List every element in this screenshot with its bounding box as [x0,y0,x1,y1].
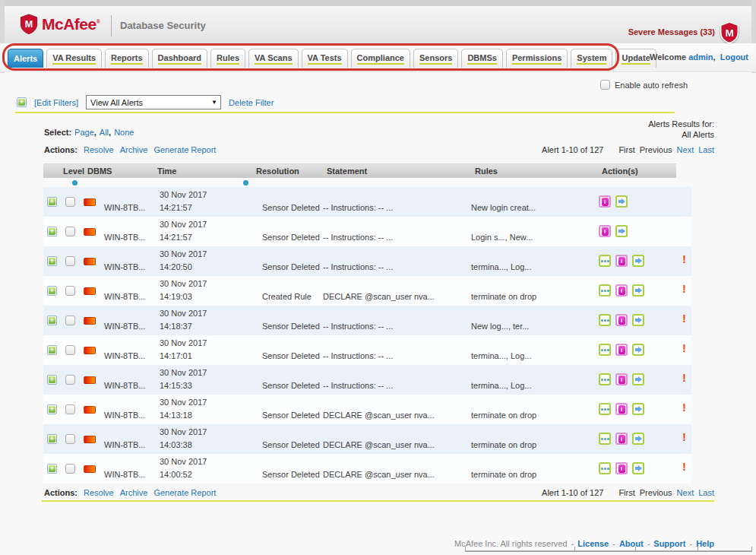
forward-alert-action-icon[interactable] [632,344,644,356]
alert-info-action-icon[interactable]: i [615,433,628,445]
row-checkbox[interactable] [65,404,75,414]
view-events-action-icon[interactable] [599,433,611,445]
tab-va-tests[interactable]: VA Tests [302,49,348,68]
forward-alert-action-icon[interactable] [632,462,644,474]
forward-alert-action-icon[interactable] [632,373,644,385]
welcome-label: Welcome [650,52,686,62]
archive-link[interactable]: Archive [120,488,148,497]
row-checkbox[interactable] [65,197,75,207]
delete-filter-link[interactable]: Delete Filter [229,98,274,107]
expand-row-icon[interactable]: + [47,375,57,385]
tab-reports[interactable]: Reports [105,49,149,68]
expand-row-icon[interactable]: + [47,345,57,355]
resolution-cell: Sensor Deleted [262,381,320,390]
username-link[interactable]: admin [688,52,713,62]
select-all-link[interactable]: All [100,128,109,137]
tab-dashboard[interactable]: Dashboard [152,49,207,68]
select-none-link[interactable]: None [114,128,134,137]
row-checkbox[interactable] [65,464,75,474]
tab-dbmss[interactable]: DBMSs [461,49,503,68]
filter-select[interactable]: View All Alerts ▼ [86,95,221,109]
expand-row-icon[interactable]: + [47,434,57,444]
rules-cell: termina..., Log... [471,351,531,360]
sort-indicator-resolution-icon[interactable] [243,180,248,186]
archive-link[interactable]: Archive [120,145,148,154]
column-header-actions[interactable]: Action(s) [602,166,638,176]
tab-alerts[interactable]: Alerts [8,49,43,68]
resolve-link[interactable]: Resolve [84,145,114,154]
auto-refresh-checkbox[interactable] [600,80,610,90]
view-events-action-icon[interactable] [599,284,611,297]
alert-info-action-icon[interactable]: i [615,462,628,474]
expand-row-icon[interactable]: + [47,316,57,325]
forward-alert-action-icon[interactable] [632,314,644,326]
expand-row-icon[interactable]: + [47,256,57,266]
tab-compliance[interactable]: Compliance [351,49,410,68]
column-header-rules[interactable]: Rules [475,166,498,176]
alert-info-action-icon[interactable]: i [599,225,611,237]
forward-alert-action-icon[interactable] [632,433,644,445]
add-filter-icon[interactable]: + [17,97,27,107]
generate-report-link[interactable]: Generate Report [153,488,216,497]
view-events-action-icon[interactable] [599,255,611,267]
view-events-action-icon[interactable] [599,344,611,356]
tab-system[interactable]: System [571,49,612,68]
view-events-action-icon[interactable] [599,462,611,474]
pagination-next-link[interactable]: Next [677,488,694,497]
edit-filters-link[interactable]: [Edit Filters] [34,98,78,107]
row-checkbox[interactable] [65,375,75,385]
footer-help-link[interactable]: Help [696,539,714,548]
column-header-statement[interactable]: Statement [327,166,367,176]
tab-va-results[interactable]: VA Results [46,49,102,68]
forward-alert-action-icon[interactable] [615,225,628,237]
alert-info-action-icon[interactable]: i [615,255,628,267]
alert-info-action-icon[interactable]: i [615,373,628,385]
logout-link[interactable]: Logout [720,52,748,62]
row-checkbox[interactable] [65,227,75,236]
tab-va-scans[interactable]: VA Scans [248,49,299,68]
row-checkbox[interactable] [65,256,75,266]
alert-info-action-icon[interactable]: i [615,403,628,415]
severe-messages-link[interactable]: Severe Messages (33) [628,27,715,36]
view-events-action-icon[interactable] [599,314,611,326]
filter-select-value: View All Alerts [87,98,208,107]
expand-row-icon[interactable]: + [47,197,57,207]
pagination-last-link[interactable]: Last [698,145,714,154]
expand-row-icon[interactable]: + [47,464,57,474]
forward-alert-action-icon[interactable] [632,403,644,415]
view-events-action-icon[interactable] [599,403,611,415]
row-checkbox[interactable] [65,316,75,325]
expand-row-icon[interactable]: + [47,227,57,236]
footer-about-link[interactable]: About [619,539,644,548]
tab-sensors[interactable]: Sensors [413,49,458,68]
pagination-last-link[interactable]: Last [698,488,714,497]
alert-info-action-icon[interactable]: i [615,284,628,297]
sort-indicator-level-icon[interactable] [72,180,77,186]
alert-info-action-icon[interactable]: i [615,314,628,326]
column-header-resolution[interactable]: Resolution [256,166,299,176]
forward-alert-action-icon[interactable] [632,284,644,297]
tab-label: Sensors [419,53,452,65]
row-checkbox[interactable] [65,286,75,296]
row-checkbox[interactable] [65,434,75,444]
alert-info-action-icon[interactable]: i [615,344,628,356]
expand-row-icon[interactable]: + [47,404,57,414]
pagination-next-link[interactable]: Next [677,145,694,154]
tab-rules[interactable]: Rules [210,49,245,68]
resolve-link[interactable]: Resolve [84,488,114,497]
time-cell: 14:19:03 [160,292,192,301]
footer-support-link[interactable]: Support [653,539,685,548]
expand-row-icon[interactable]: + [47,286,57,296]
forward-alert-action-icon[interactable] [615,195,628,208]
footer-license-link[interactable]: License [577,539,609,548]
row-checkbox[interactable] [65,345,75,355]
column-header-dbms[interactable]: DBMS [87,166,112,176]
forward-alert-action-icon[interactable] [632,255,644,267]
view-events-action-icon[interactable] [599,373,611,385]
column-header-level[interactable]: Level [63,166,84,176]
generate-report-link[interactable]: Generate Report [153,145,216,154]
tab-permissions[interactable]: Permissions [506,49,568,68]
alert-info-action-icon[interactable]: i [599,195,611,208]
column-header-time[interactable]: Time [157,166,176,176]
select-page-link[interactable]: Page [74,128,94,137]
